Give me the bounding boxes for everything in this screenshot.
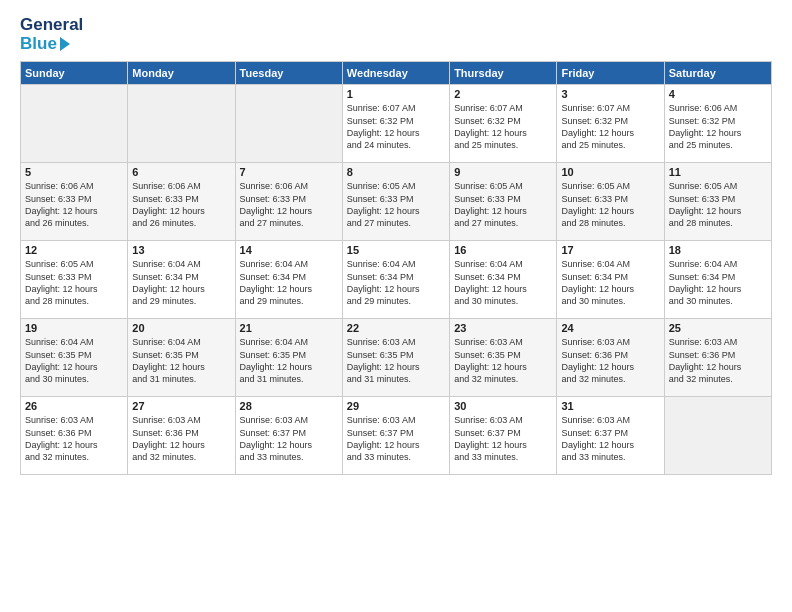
day-number: 21 bbox=[240, 322, 338, 334]
day-info: Sunrise: 6:03 AMSunset: 6:36 PMDaylight:… bbox=[25, 414, 123, 463]
calendar-cell: 4Sunrise: 6:06 AMSunset: 6:32 PMDaylight… bbox=[664, 85, 771, 163]
day-number: 25 bbox=[669, 322, 767, 334]
page: General Blue SundayMondayTuesdayWednesda… bbox=[0, 0, 792, 485]
week-row-4: 26Sunrise: 6:03 AMSunset: 6:36 PMDayligh… bbox=[21, 397, 772, 475]
calendar-cell bbox=[664, 397, 771, 475]
header-day-friday: Friday bbox=[557, 62, 664, 85]
day-info: Sunrise: 6:03 AMSunset: 6:35 PMDaylight:… bbox=[454, 336, 552, 385]
calendar-cell: 17Sunrise: 6:04 AMSunset: 6:34 PMDayligh… bbox=[557, 241, 664, 319]
day-info: Sunrise: 6:03 AMSunset: 6:37 PMDaylight:… bbox=[561, 414, 659, 463]
calendar-cell: 20Sunrise: 6:04 AMSunset: 6:35 PMDayligh… bbox=[128, 319, 235, 397]
day-number: 15 bbox=[347, 244, 445, 256]
calendar-cell: 12Sunrise: 6:05 AMSunset: 6:33 PMDayligh… bbox=[21, 241, 128, 319]
calendar-cell: 7Sunrise: 6:06 AMSunset: 6:33 PMDaylight… bbox=[235, 163, 342, 241]
day-number: 6 bbox=[132, 166, 230, 178]
day-number: 26 bbox=[25, 400, 123, 412]
header-day-sunday: Sunday bbox=[21, 62, 128, 85]
header-day-thursday: Thursday bbox=[450, 62, 557, 85]
logo-blue: Blue bbox=[20, 35, 57, 54]
header-row: SundayMondayTuesdayWednesdayThursdayFrid… bbox=[21, 62, 772, 85]
day-info: Sunrise: 6:03 AMSunset: 6:37 PMDaylight:… bbox=[347, 414, 445, 463]
day-number: 4 bbox=[669, 88, 767, 100]
day-number: 1 bbox=[347, 88, 445, 100]
day-number: 14 bbox=[240, 244, 338, 256]
day-number: 7 bbox=[240, 166, 338, 178]
day-info: Sunrise: 6:05 AMSunset: 6:33 PMDaylight:… bbox=[25, 258, 123, 307]
day-number: 31 bbox=[561, 400, 659, 412]
day-number: 8 bbox=[347, 166, 445, 178]
logo-general: General bbox=[20, 16, 83, 35]
calendar-cell: 22Sunrise: 6:03 AMSunset: 6:35 PMDayligh… bbox=[342, 319, 449, 397]
calendar-cell: 2Sunrise: 6:07 AMSunset: 6:32 PMDaylight… bbox=[450, 85, 557, 163]
header: General Blue bbox=[20, 16, 772, 53]
day-info: Sunrise: 6:06 AMSunset: 6:32 PMDaylight:… bbox=[669, 102, 767, 151]
logo-arrow-icon bbox=[60, 37, 70, 51]
day-info: Sunrise: 6:04 AMSunset: 6:34 PMDaylight:… bbox=[561, 258, 659, 307]
day-info: Sunrise: 6:04 AMSunset: 6:34 PMDaylight:… bbox=[240, 258, 338, 307]
day-number: 18 bbox=[669, 244, 767, 256]
day-number: 11 bbox=[669, 166, 767, 178]
calendar-cell: 6Sunrise: 6:06 AMSunset: 6:33 PMDaylight… bbox=[128, 163, 235, 241]
day-info: Sunrise: 6:04 AMSunset: 6:34 PMDaylight:… bbox=[132, 258, 230, 307]
day-info: Sunrise: 6:04 AMSunset: 6:34 PMDaylight:… bbox=[347, 258, 445, 307]
calendar-cell: 28Sunrise: 6:03 AMSunset: 6:37 PMDayligh… bbox=[235, 397, 342, 475]
day-info: Sunrise: 6:03 AMSunset: 6:36 PMDaylight:… bbox=[561, 336, 659, 385]
day-info: Sunrise: 6:05 AMSunset: 6:33 PMDaylight:… bbox=[347, 180, 445, 229]
day-info: Sunrise: 6:03 AMSunset: 6:37 PMDaylight:… bbox=[454, 414, 552, 463]
calendar-cell: 3Sunrise: 6:07 AMSunset: 6:32 PMDaylight… bbox=[557, 85, 664, 163]
calendar-cell: 19Sunrise: 6:04 AMSunset: 6:35 PMDayligh… bbox=[21, 319, 128, 397]
calendar-cell: 25Sunrise: 6:03 AMSunset: 6:36 PMDayligh… bbox=[664, 319, 771, 397]
day-number: 24 bbox=[561, 322, 659, 334]
calendar-cell: 26Sunrise: 6:03 AMSunset: 6:36 PMDayligh… bbox=[21, 397, 128, 475]
day-info: Sunrise: 6:07 AMSunset: 6:32 PMDaylight:… bbox=[454, 102, 552, 151]
calendar-table: SundayMondayTuesdayWednesdayThursdayFrid… bbox=[20, 61, 772, 475]
day-info: Sunrise: 6:07 AMSunset: 6:32 PMDaylight:… bbox=[347, 102, 445, 151]
day-info: Sunrise: 6:03 AMSunset: 6:37 PMDaylight:… bbox=[240, 414, 338, 463]
day-info: Sunrise: 6:04 AMSunset: 6:35 PMDaylight:… bbox=[240, 336, 338, 385]
day-number: 19 bbox=[25, 322, 123, 334]
day-info: Sunrise: 6:06 AMSunset: 6:33 PMDaylight:… bbox=[132, 180, 230, 229]
calendar-cell: 21Sunrise: 6:04 AMSunset: 6:35 PMDayligh… bbox=[235, 319, 342, 397]
calendar-cell: 16Sunrise: 6:04 AMSunset: 6:34 PMDayligh… bbox=[450, 241, 557, 319]
week-row-0: 1Sunrise: 6:07 AMSunset: 6:32 PMDaylight… bbox=[21, 85, 772, 163]
calendar-cell: 30Sunrise: 6:03 AMSunset: 6:37 PMDayligh… bbox=[450, 397, 557, 475]
calendar-cell: 13Sunrise: 6:04 AMSunset: 6:34 PMDayligh… bbox=[128, 241, 235, 319]
header-day-tuesday: Tuesday bbox=[235, 62, 342, 85]
day-info: Sunrise: 6:03 AMSunset: 6:36 PMDaylight:… bbox=[669, 336, 767, 385]
day-number: 29 bbox=[347, 400, 445, 412]
calendar-cell: 9Sunrise: 6:05 AMSunset: 6:33 PMDaylight… bbox=[450, 163, 557, 241]
calendar-cell: 24Sunrise: 6:03 AMSunset: 6:36 PMDayligh… bbox=[557, 319, 664, 397]
day-info: Sunrise: 6:03 AMSunset: 6:35 PMDaylight:… bbox=[347, 336, 445, 385]
week-row-2: 12Sunrise: 6:05 AMSunset: 6:33 PMDayligh… bbox=[21, 241, 772, 319]
day-number: 12 bbox=[25, 244, 123, 256]
header-day-saturday: Saturday bbox=[664, 62, 771, 85]
day-info: Sunrise: 6:07 AMSunset: 6:32 PMDaylight:… bbox=[561, 102, 659, 151]
day-number: 27 bbox=[132, 400, 230, 412]
day-info: Sunrise: 6:05 AMSunset: 6:33 PMDaylight:… bbox=[454, 180, 552, 229]
calendar-cell: 31Sunrise: 6:03 AMSunset: 6:37 PMDayligh… bbox=[557, 397, 664, 475]
calendar-cell: 23Sunrise: 6:03 AMSunset: 6:35 PMDayligh… bbox=[450, 319, 557, 397]
calendar-cell: 18Sunrise: 6:04 AMSunset: 6:34 PMDayligh… bbox=[664, 241, 771, 319]
day-number: 3 bbox=[561, 88, 659, 100]
day-number: 17 bbox=[561, 244, 659, 256]
logo: General Blue bbox=[20, 16, 87, 53]
header-day-wednesday: Wednesday bbox=[342, 62, 449, 85]
calendar-cell: 11Sunrise: 6:05 AMSunset: 6:33 PMDayligh… bbox=[664, 163, 771, 241]
week-row-3: 19Sunrise: 6:04 AMSunset: 6:35 PMDayligh… bbox=[21, 319, 772, 397]
day-info: Sunrise: 6:04 AMSunset: 6:34 PMDaylight:… bbox=[454, 258, 552, 307]
day-info: Sunrise: 6:06 AMSunset: 6:33 PMDaylight:… bbox=[240, 180, 338, 229]
day-number: 22 bbox=[347, 322, 445, 334]
day-info: Sunrise: 6:04 AMSunset: 6:35 PMDaylight:… bbox=[132, 336, 230, 385]
day-number: 9 bbox=[454, 166, 552, 178]
day-info: Sunrise: 6:05 AMSunset: 6:33 PMDaylight:… bbox=[669, 180, 767, 229]
calendar-cell: 27Sunrise: 6:03 AMSunset: 6:36 PMDayligh… bbox=[128, 397, 235, 475]
week-row-1: 5Sunrise: 6:06 AMSunset: 6:33 PMDaylight… bbox=[21, 163, 772, 241]
calendar-cell: 8Sunrise: 6:05 AMSunset: 6:33 PMDaylight… bbox=[342, 163, 449, 241]
calendar-cell: 14Sunrise: 6:04 AMSunset: 6:34 PMDayligh… bbox=[235, 241, 342, 319]
day-info: Sunrise: 6:05 AMSunset: 6:33 PMDaylight:… bbox=[561, 180, 659, 229]
day-number: 30 bbox=[454, 400, 552, 412]
day-number: 28 bbox=[240, 400, 338, 412]
day-number: 23 bbox=[454, 322, 552, 334]
day-number: 16 bbox=[454, 244, 552, 256]
calendar-cell: 5Sunrise: 6:06 AMSunset: 6:33 PMDaylight… bbox=[21, 163, 128, 241]
